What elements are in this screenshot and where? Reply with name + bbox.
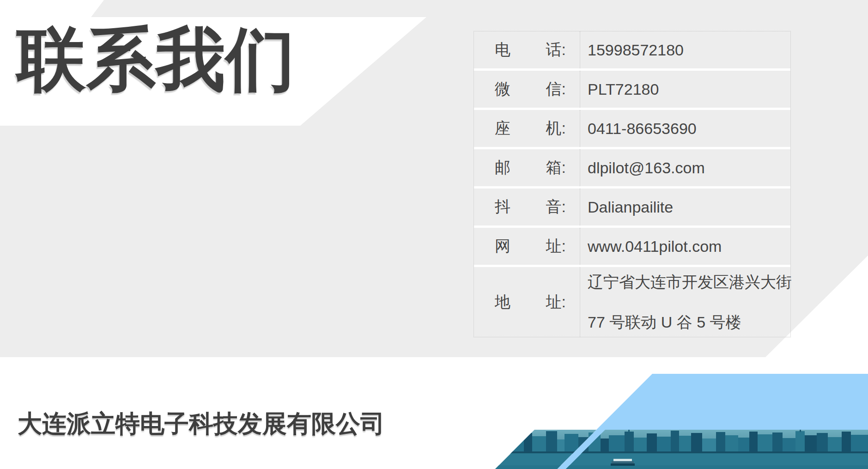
cityscape-graphic (490, 374, 868, 469)
landline-value: 0411-86653690 (580, 110, 790, 147)
label-char: 座 (495, 118, 510, 139)
address-line-1: 辽宁省大连市开发区港兴大街 (588, 262, 792, 302)
phone-value: 15998572180 (580, 31, 790, 68)
label-char: 微 (495, 79, 510, 100)
email-label: 邮 箱: (474, 149, 580, 186)
contact-table: 电 话: 15998572180 微 信: PLT72180 座 机: 0411… (473, 31, 791, 337)
page-title: 联系我们 (17, 18, 296, 101)
label-char: 信: (546, 79, 566, 100)
address-label: 地 址: (474, 267, 580, 337)
company-name: 大连派立特电子科技发展有限公司 (18, 408, 385, 441)
wechat-value: PLT72180 (580, 71, 790, 108)
website-value: www.0411pilot.com (580, 228, 790, 265)
website-label: 网 址: (474, 228, 580, 265)
label-char: 电 (495, 39, 510, 61)
label-char: 箱: (546, 157, 566, 178)
table-row-email: 邮 箱: dlpilot@163.com (474, 149, 790, 189)
slide: 联系我们 电 话: 15998572180 微 信: PLT72180 座 机:… (0, 0, 868, 469)
label-char: 址: (546, 236, 566, 257)
label-char: 址: (546, 292, 566, 313)
label-char: 机: (546, 118, 566, 139)
table-row-website: 网 址: www.0411pilot.com (474, 228, 790, 267)
label-char: 地 (495, 292, 510, 313)
label-char: 音: (546, 196, 566, 218)
label-char: 邮 (495, 157, 510, 178)
label-char: 网 (495, 236, 510, 257)
douyin-value: Dalianpailite (580, 189, 790, 225)
label-char: 话: (546, 39, 566, 61)
label-char: 抖 (495, 196, 510, 218)
address-line-2: 77 号联动 U 谷 5 号楼 (588, 302, 741, 342)
table-row-douyin: 抖 音: Dalianpailite (474, 189, 790, 228)
table-row-landline: 座 机: 0411-86653690 (474, 110, 790, 149)
landline-label: 座 机: (474, 110, 580, 147)
table-row-wechat: 微 信: PLT72180 (474, 71, 790, 110)
table-row-address: 地 址: 辽宁省大连市开发区港兴大街 77 号联动 U 谷 5 号楼 (474, 267, 790, 337)
email-value: dlpilot@163.com (580, 149, 790, 186)
douyin-label: 抖 音: (474, 189, 580, 225)
phone-label: 电 话: (474, 31, 580, 68)
wechat-label: 微 信: (474, 71, 580, 108)
table-row-phone: 电 话: 15998572180 (474, 31, 790, 71)
address-value: 辽宁省大连市开发区港兴大街 77 号联动 U 谷 5 号楼 (580, 267, 792, 337)
